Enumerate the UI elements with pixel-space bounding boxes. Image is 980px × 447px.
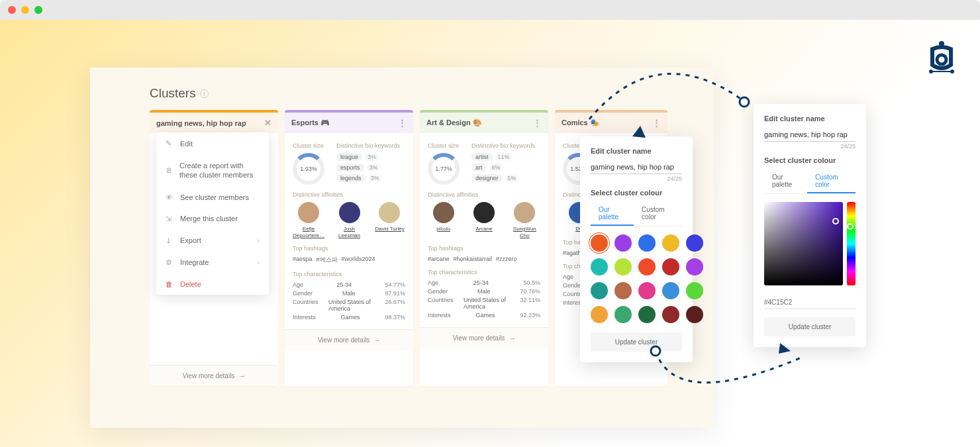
download-icon: ⤓ [166, 236, 173, 245]
swatch[interactable] [686, 234, 703, 252]
characteristics-label: Top characteristics [293, 271, 405, 277]
affinity-item[interactable]: Arcane [468, 202, 499, 238]
swatch[interactable] [662, 234, 679, 252]
menu-see-members[interactable]: 👁See cluster members [156, 187, 269, 208]
view-more-button[interactable]: View more details → [420, 327, 548, 348]
svg-marker-8 [779, 343, 791, 354]
bio-keywords-label: Distinctive bio keywords [336, 142, 400, 149]
cluster-name-input[interactable] [591, 160, 682, 174]
tab-custom-color[interactable]: Custom color [807, 170, 856, 193]
kebab-icon[interactable]: ⋮ [533, 118, 542, 128]
cluster-title: gaming news, hip hop rap [156, 119, 246, 127]
trash-icon: 🗑 [166, 280, 173, 288]
svg-marker-5 [632, 126, 646, 138]
swatch[interactable] [638, 234, 656, 252]
annotation-arrow [576, 53, 761, 146]
eye-icon: 👁 [166, 193, 173, 201]
cluster-column-0: gaming news, hip hop rap ✕ View more det… [150, 110, 278, 386]
annotation-arrow [636, 331, 821, 417]
keyword-list: league3% esports3% legends3% [336, 153, 400, 182]
tab-our-palette[interactable]: Our palette [591, 202, 634, 226]
char-counter: 24/25 [591, 175, 682, 182]
page-title-text: Clusters [150, 86, 196, 101]
close-icon[interactable]: ✕ [264, 118, 271, 128]
cluster-size-chart: 1.77% [428, 153, 460, 185]
window-titlebar [0, 0, 980, 20]
affinity-item[interactable]: SungWon Cho [509, 202, 540, 238]
char-counter: 24/25 [764, 143, 856, 150]
view-more-button[interactable]: View more details → [150, 365, 278, 386]
edit-name-label: Edit cluster name [764, 115, 856, 123]
cluster-size-label: Cluster size [293, 142, 324, 149]
svg-point-7 [651, 346, 660, 356]
hue-slider[interactable] [847, 202, 856, 285]
affinity-item[interactable]: picolo [428, 202, 459, 238]
swatch[interactable] [591, 282, 608, 299]
swatch[interactable] [686, 258, 703, 275]
swatch[interactable] [662, 282, 679, 299]
menu-delete[interactable]: 🗑Delete [156, 273, 269, 295]
pencil-icon: ✎ [166, 139, 173, 148]
menu-integrate[interactable]: ⚙Integrate [156, 252, 269, 273]
cluster-actions-menu: ✎Edit 🗎Create a report with these cluste… [156, 132, 269, 295]
swatch[interactable] [662, 306, 679, 323]
affinity-item[interactable]: Eefje Depoortere… [293, 202, 324, 238]
maximize-window-icon[interactable] [34, 6, 42, 14]
svg-point-1 [937, 55, 946, 64]
edit-cluster-popup-custom: Edit cluster name 24/25 Select cluster c… [754, 104, 866, 347]
merge-icon: ⇲ [166, 215, 173, 223]
view-more-label: View more details [183, 372, 235, 379]
minimize-window-icon[interactable] [21, 6, 29, 14]
hex-input[interactable] [764, 296, 856, 309]
color-picker-area[interactable] [764, 202, 843, 285]
info-icon[interactable]: i [200, 89, 209, 98]
affinity-item[interactable]: David Turley [374, 202, 405, 238]
swatch[interactable] [591, 258, 608, 275]
swatch[interactable] [591, 306, 608, 323]
affinities-label: Distinctive affinities [293, 191, 405, 198]
swatch[interactable] [686, 306, 703, 323]
gear-icon: ⚙ [166, 258, 173, 267]
swatch[interactable] [614, 282, 632, 299]
document-icon: 🗎 [166, 166, 173, 174]
swatch[interactable] [638, 258, 656, 275]
kebab-icon[interactable]: ⋮ [398, 118, 407, 128]
menu-merge[interactable]: ⇲Merge this cluster [156, 208, 269, 230]
swatch[interactable] [614, 306, 632, 323]
swatch[interactable] [638, 306, 656, 323]
cluster-column-1: Esports 🎮 ⋮ Cluster size 1.93% Distincti… [285, 110, 413, 386]
swatch[interactable] [614, 258, 632, 275]
close-window-icon[interactable] [8, 6, 16, 14]
affinity-item[interactable]: Josh Leesman [334, 202, 365, 238]
svg-point-6 [740, 97, 749, 107]
menu-export[interactable]: ⤓Export [156, 230, 269, 252]
cluster-size-chart: 1.93% [293, 153, 324, 185]
cluster-title: Art & Design 🎨 [426, 119, 482, 127]
cluster-title: Esports 🎮 [291, 119, 330, 127]
select-colour-label: Select cluster colour [764, 156, 856, 164]
cluster-column-2: Art & Design 🎨 ⋮ Cluster size1.77% Disti… [420, 110, 548, 386]
edit-cluster-popup-palette: Edit cluster name 24/25 Select cluster c… [580, 136, 693, 362]
swatch[interactable] [638, 282, 656, 299]
brand-logo [927, 40, 956, 78]
swatch[interactable] [591, 234, 608, 252]
swatch[interactable] [614, 234, 632, 252]
menu-edit[interactable]: ✎Edit [156, 132, 269, 154]
select-colour-label: Select cluster colour [591, 189, 682, 197]
cluster-name-input[interactable] [764, 128, 856, 142]
swatch[interactable] [662, 258, 679, 275]
tab-our-palette[interactable]: Our palette [764, 170, 807, 193]
view-more-button[interactable]: View more details → [285, 329, 413, 350]
color-swatches [591, 234, 682, 323]
menu-create-report[interactable]: 🗎Create a report with these cluster memb… [156, 154, 269, 187]
edit-name-label: Edit cluster name [591, 147, 682, 155]
tab-custom-color[interactable]: Custom color [634, 202, 682, 226]
hashtags-label: Top hashtags [293, 245, 405, 252]
swatch[interactable] [686, 282, 703, 299]
